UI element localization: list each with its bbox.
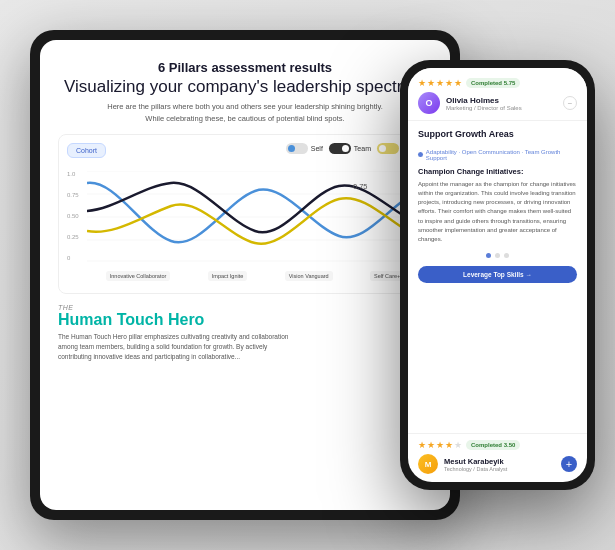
tablet-main-title: 6 Pillars assessment results	[58, 60, 432, 75]
footer-completed-badge: Completed 3.50	[466, 440, 520, 450]
footer-user-role: Technology / Data Analyst	[444, 466, 561, 472]
footer-user-info: Mesut Karabeyik Technology / Data Analys…	[444, 457, 561, 472]
main-scene: 6 Pillars assessment results Visualizing…	[0, 0, 615, 550]
star-4: ★	[445, 78, 453, 88]
hero-title: Human Touch Hero	[58, 311, 298, 329]
phone-footer: ★ ★ ★ ★ ★ Completed 3.50 M Mesut Karabey…	[408, 433, 587, 482]
chart-area: Cohort Self Team Others	[58, 134, 432, 294]
footer-star-1: ★	[418, 440, 426, 450]
phone-device: ★ ★ ★ ★ ★ Completed 5.75 O Olivia Holmes…	[400, 60, 595, 490]
phone-content: Support Growth Areas Adaptability · Open…	[408, 121, 587, 433]
user-info: Olivia Holmes Marketing / Director of Sa…	[446, 96, 563, 111]
champion-description: Appoint the manager as the champion for …	[418, 180, 577, 245]
svg-text:0.75: 0.75	[353, 182, 368, 191]
hero-text: THE Human Touch Hero The Human Touch Her…	[58, 304, 298, 362]
cohort-badge[interactable]: Cohort	[67, 143, 106, 158]
hero-label: THE	[58, 304, 298, 311]
completed-badge: Completed 5.75	[466, 78, 520, 88]
leverage-button[interactable]: Leverage Top Skills →	[418, 266, 577, 283]
nav-dot-2[interactable]	[495, 253, 500, 258]
y-axis-labels: 1.0 0.75 0.50 0.25 0	[67, 171, 79, 261]
user-avatar: O	[418, 92, 440, 114]
star-5: ★	[454, 78, 462, 88]
x-axis-labels: Innovative Collaborator Impact Ignite Vi…	[87, 271, 423, 281]
user-row: O Olivia Holmes Marketing / Director of …	[418, 92, 577, 114]
toggle-team-icon[interactable]	[329, 143, 351, 154]
hero-description: The Human Touch Hero pillar emphasizes c…	[58, 332, 298, 361]
footer-star-2: ★	[427, 440, 435, 450]
add-user-button[interactable]: +	[561, 456, 577, 472]
hero-section: THE Human Touch Hero The Human Touch Her…	[58, 304, 432, 362]
phone-screen: ★ ★ ★ ★ ★ Completed 5.75 O Olivia Holmes…	[408, 68, 587, 482]
nav-dot-1[interactable]	[486, 253, 491, 258]
header-stars-row: ★ ★ ★ ★ ★ Completed 5.75	[418, 78, 577, 88]
user-name: Olivia Holmes	[446, 96, 563, 105]
star-1: ★	[418, 78, 426, 88]
footer-star-3: ★	[436, 440, 444, 450]
tablet-description: Here are the pillars where both you and …	[58, 101, 432, 124]
footer-star-4: ★	[445, 440, 453, 450]
nav-dots	[418, 253, 577, 258]
chart-svg-container: 0.75	[87, 171, 423, 266]
star-2: ★	[427, 78, 435, 88]
chart-svg: 0.75	[87, 171, 423, 266]
champion-title: Champion Change Initiatives:	[418, 167, 577, 176]
toggle-others-icon[interactable]	[377, 143, 399, 154]
footer-star-5: ★	[454, 440, 462, 450]
tablet-screen: 6 Pillars assessment results Visualizing…	[40, 40, 450, 510]
tag-dot-icon	[418, 152, 423, 157]
rating-stars: ★ ★ ★ ★ ★	[418, 78, 462, 88]
footer-stars-row: ★ ★ ★ ★ ★ Completed 3.50	[418, 440, 577, 450]
footer-user-avatar: M	[418, 454, 438, 474]
legend-self: Self	[286, 143, 323, 154]
legend-team: Team	[329, 143, 371, 154]
adaptability-tag: Adaptability · Open Communication · Team…	[418, 149, 577, 161]
tablet-subtitle: Visualizing your company's leadership sp…	[58, 77, 432, 97]
footer-user-row: M Mesut Karabeyik Technology / Data Anal…	[418, 454, 577, 474]
support-title: Support Growth Areas	[418, 129, 577, 139]
phone-header: ★ ★ ★ ★ ★ Completed 5.75 O Olivia Holmes…	[408, 68, 587, 121]
nav-dot-3[interactable]	[504, 253, 509, 258]
user-role: Marketing / Director of Sales	[446, 105, 563, 111]
expand-icon[interactable]: −	[563, 96, 577, 110]
chart-svg-area: 1.0 0.75 0.50 0.25 0	[67, 171, 423, 281]
toggle-self-icon[interactable]	[286, 143, 308, 154]
footer-rating-stars: ★ ★ ★ ★ ★	[418, 440, 462, 450]
star-3: ★	[436, 78, 444, 88]
footer-user-name: Mesut Karabeyik	[444, 457, 561, 466]
tablet-device: 6 Pillars assessment results Visualizing…	[30, 30, 460, 520]
